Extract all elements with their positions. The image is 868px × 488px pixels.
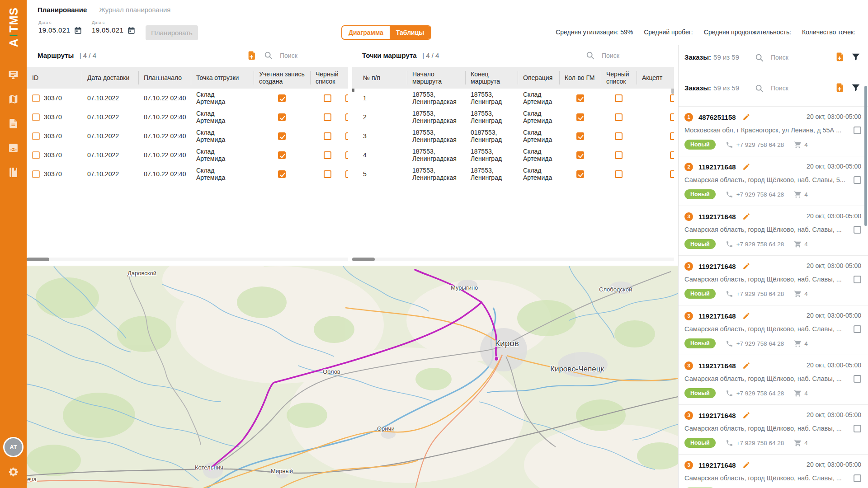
- column-header-account-created[interactable]: Учетная запись создана: [254, 67, 310, 89]
- account-created-checkbox[interactable]: [278, 113, 286, 121]
- scrollbar-thumb[interactable]: [27, 258, 49, 261]
- column-header-route-end[interactable]: Конец маршрута: [465, 67, 518, 89]
- table-row[interactable]: 30370 07.10.2022 07.10.22 02:40 Склад Ар…: [27, 164, 348, 183]
- add-file-icon[interactable]: [835, 83, 845, 93]
- table-row[interactable]: 30370 07.10.2022 07.10.22 02:40 Склад Ар…: [27, 89, 348, 108]
- accept-checkbox[interactable]: [670, 132, 674, 140]
- add-file-icon[interactable]: [835, 52, 845, 62]
- order-card[interactable]: 1 4876251158 20 окт, 03:00-05:00 Московс…: [679, 107, 868, 156]
- document-icon[interactable]: [8, 118, 19, 129]
- table-row[interactable]: 30370 07.10.2022 07.10.22 02:40 Склад Ар…: [27, 127, 348, 145]
- search-icon[interactable]: [755, 84, 764, 94]
- map-icon[interactable]: [8, 94, 19, 105]
- edit-pencil-icon[interactable]: [742, 411, 750, 419]
- order-card[interactable]: 3 1192171648 20 окт, 03:00-05:00 Самарск…: [679, 305, 868, 355]
- blacklist-checkbox[interactable]: [324, 132, 331, 140]
- column-header-plan-start[interactable]: План.начало: [138, 67, 191, 89]
- edit-pencil-icon[interactable]: [742, 262, 750, 270]
- table-row[interactable]: 2 187553, Ленинградская 187553, Ленингра…: [352, 108, 674, 127]
- date-from-field[interactable]: Дата с 19.05.021: [38, 20, 70, 34]
- orders-search-input[interactable]: Поиск: [771, 54, 788, 61]
- gear-icon[interactable]: [8, 466, 19, 478]
- order-card[interactable]: 2 1192171648 20 окт, 03:00-05:00 Самарск…: [679, 156, 868, 206]
- column-header-gm-count[interactable]: Кол-во ГМ: [559, 67, 601, 89]
- plan-button[interactable]: Планировать: [146, 25, 198, 40]
- filter-funnel-icon[interactable]: [851, 52, 861, 62]
- account-created-checkbox[interactable]: [278, 151, 286, 159]
- points-search-input[interactable]: Поиск: [602, 52, 619, 59]
- accept-checkbox[interactable]: [670, 151, 674, 159]
- order-card[interactable]: 3 1192171648 20 окт, 03:00-05:00 Самарск…: [679, 206, 868, 256]
- order-card[interactable]: 3 1192171648 20 окт, 03:00-05:00 Самарск…: [679, 405, 868, 455]
- tab-planning-journal[interactable]: Журнал планирования: [99, 6, 170, 14]
- order-card[interactable]: 3 1192171648 20 окт, 03:00-05:00 Самарск…: [679, 455, 868, 488]
- gm-count-checkbox[interactable]: [576, 170, 584, 178]
- planning-board-icon[interactable]: [8, 69, 19, 80]
- search-icon[interactable]: [755, 53, 764, 63]
- date-to-field[interactable]: Дата с 19.05.021: [92, 20, 123, 34]
- table-row[interactable]: 5 187553, Ленинградская 187553, Ленингра…: [352, 164, 674, 183]
- accept-checkbox[interactable]: [670, 94, 674, 102]
- column-header-route-start[interactable]: Начало маршрута: [407, 67, 465, 89]
- clipped-checkbox[interactable]: [345, 132, 348, 140]
- blacklist-checkbox[interactable]: [324, 113, 331, 121]
- table-row[interactable]: 30370 07.10.2022 07.10.22 02:40 Склад Ар…: [27, 108, 348, 127]
- column-header-blacklist[interactable]: Черный список: [310, 67, 344, 89]
- order-select-checkbox[interactable]: [854, 276, 861, 283]
- book-icon[interactable]: [8, 167, 19, 178]
- blacklist-checkbox[interactable]: [324, 151, 331, 159]
- table-row[interactable]: 3 187553, Ленинградская 0187553, Ленингр…: [352, 127, 674, 145]
- orders-search-input[interactable]: Поиск: [771, 84, 788, 92]
- table-row[interactable]: 1 187553, Ленинградская 187553, Ленингра…: [352, 89, 674, 108]
- gm-count-checkbox[interactable]: [576, 151, 584, 159]
- gm-count-checkbox[interactable]: [576, 132, 584, 140]
- clipped-checkbox[interactable]: [345, 170, 348, 178]
- blacklist-checkbox[interactable]: [615, 151, 623, 159]
- column-header-num[interactable]: № п/п: [352, 67, 407, 89]
- clipped-checkbox[interactable]: [345, 113, 348, 121]
- toggle-tables[interactable]: Таблицы: [390, 26, 430, 39]
- row-select-checkbox[interactable]: [32, 113, 40, 121]
- column-header-accept[interactable]: Акцепт: [637, 67, 674, 89]
- account-created-checkbox[interactable]: [278, 170, 286, 178]
- toggle-diagram[interactable]: Диаграмма: [342, 26, 390, 39]
- edit-pencil-icon[interactable]: [742, 163, 750, 171]
- edit-pencil-icon[interactable]: [742, 361, 750, 370]
- clipped-checkbox[interactable]: [345, 94, 348, 102]
- gm-count-checkbox[interactable]: [576, 94, 584, 102]
- order-select-checkbox[interactable]: [854, 375, 861, 383]
- edit-pencil-icon[interactable]: [742, 113, 750, 121]
- order-select-checkbox[interactable]: [854, 127, 861, 134]
- blacklist-checkbox[interactable]: [615, 94, 623, 102]
- add-file-icon[interactable]: [247, 51, 257, 61]
- accept-checkbox[interactable]: [670, 170, 674, 178]
- avatar[interactable]: AT: [3, 437, 24, 457]
- account-created-checkbox[interactable]: [278, 132, 286, 140]
- column-header-load-point[interactable]: Точка отгрузки: [191, 67, 254, 89]
- tab-planning[interactable]: Планирование: [38, 6, 87, 14]
- order-card[interactable]: 3 1192171648 20 окт, 03:00-05:00 Самарск…: [679, 355, 868, 405]
- row-select-checkbox[interactable]: [32, 132, 40, 140]
- order-select-checkbox[interactable]: [854, 425, 861, 432]
- scrollbar-thumb[interactable]: [352, 258, 375, 261]
- blacklist-checkbox[interactable]: [324, 170, 331, 178]
- blacklist-checkbox[interactable]: [615, 132, 623, 140]
- order-select-checkbox[interactable]: [854, 474, 861, 482]
- search-icon[interactable]: [264, 51, 274, 61]
- calendar-icon[interactable]: [127, 26, 136, 35]
- column-header-id[interactable]: ID: [27, 67, 82, 89]
- column-header-blacklist[interactable]: Черный список: [601, 67, 637, 89]
- blacklist-checkbox[interactable]: [615, 113, 623, 121]
- table-row[interactable]: 30370 07.10.2022 07.10.22 02:40 Склад Ар…: [27, 145, 348, 164]
- date-from-value[interactable]: 19.05.021: [38, 26, 70, 34]
- row-select-checkbox[interactable]: [32, 94, 40, 102]
- order-select-checkbox[interactable]: [854, 226, 861, 234]
- filter-funnel-icon[interactable]: [851, 83, 861, 93]
- calendar-icon[interactable]: [74, 26, 82, 35]
- account-created-checkbox[interactable]: [278, 94, 286, 102]
- edit-pencil-icon[interactable]: [742, 461, 750, 469]
- inbox-icon[interactable]: [8, 142, 19, 154]
- order-card[interactable]: 3 1192171648 20 окт, 03:00-05:00 Самарск…: [679, 256, 868, 305]
- row-select-checkbox[interactable]: [32, 151, 40, 159]
- order-select-checkbox[interactable]: [854, 176, 861, 184]
